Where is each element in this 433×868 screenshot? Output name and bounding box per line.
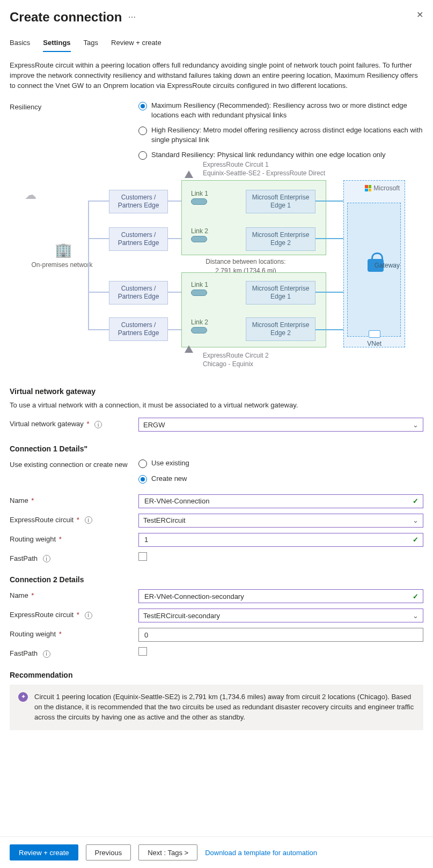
conn2-er-label: ExpressRoute circuit [10, 611, 74, 619]
tab-tags[interactable]: Tags [84, 35, 98, 52]
chevron-down-icon: ⌄ [413, 421, 419, 429]
conn2-er-select[interactable]: TestERCircuit-secondary ⌄ [138, 609, 423, 622]
circuit2-label: ExpressRoute Circuit 2 Chicago - Equinix [203, 352, 342, 368]
circuit1-label: ExpressRoute Circuit 1 Equinix-Seattle-S… [203, 161, 342, 177]
conn1-use-label: Use existing connection or create new [10, 458, 138, 469]
required-star: * [86, 420, 89, 428]
link2-label: Link 2 [191, 227, 208, 235]
reco-text: Circuit 1 peering location (Equinix-Seat… [34, 692, 415, 723]
link1-label: Link 1 [191, 190, 208, 197]
download-template-link[interactable]: Download a template for automation [205, 849, 317, 857]
vng-select[interactable]: ERGW ⌄ [138, 418, 423, 432]
check-icon: ✓ [413, 497, 419, 505]
footer-bar: Review + create Previous Next : Tags > D… [0, 836, 433, 868]
building-icon: 🏢 [55, 243, 70, 258]
tab-settings[interactable]: Settings [43, 35, 70, 52]
link2-label-2: Link 2 [191, 318, 208, 326]
conn1-radio-existing[interactable] [138, 459, 147, 468]
conn1-heading: Connection 1 Details" [10, 444, 423, 453]
conn1-er-label: ExpressRoute circuit [10, 516, 74, 524]
customer-edge-4: Customers / Partners Edge [109, 317, 168, 341]
customer-edge-3: Customers / Partners Edge [109, 281, 168, 305]
conn1-name-label: Name [10, 496, 28, 505]
conn1-radio-new[interactable] [138, 475, 147, 484]
info-icon[interactable]: i [85, 516, 92, 524]
conn1-fastpath-checkbox[interactable] [138, 552, 147, 561]
microsoft-logo-icon [365, 185, 371, 191]
vnet-icon [369, 330, 380, 338]
conn2-fastpath-label: FastPath [10, 649, 38, 657]
resiliency-radio-high[interactable] [138, 127, 147, 135]
conn2-weight-input[interactable] [138, 628, 423, 642]
msee-1: Microsoft Enterprise Edge 1 [246, 190, 315, 213]
resiliency-opt-standard: Standard Resiliency: Physical link redun… [151, 150, 385, 160]
triangle-icon [185, 170, 193, 178]
previous-button[interactable]: Previous [86, 844, 131, 860]
resiliency-opt-high: High Resiliency: Metro model offering re… [151, 125, 423, 145]
info-icon[interactable]: i [85, 612, 92, 619]
required-star: * [59, 630, 62, 638]
resiliency-label: Resiliency [10, 101, 138, 111]
tab-bar: Basics Settings Tags Review + create [10, 35, 423, 52]
chevron-down-icon: ⌄ [413, 516, 419, 524]
vng-heading: Virtual network gateway [10, 387, 423, 396]
vnet-label: VNet [367, 340, 381, 347]
cloud-icon: ☁ [25, 188, 36, 202]
link-bar-icon [191, 327, 207, 333]
customer-edge-1: Customers / Partners Edge [109, 190, 168, 213]
conn1-fastpath-label: FastPath [10, 554, 38, 562]
required-star: * [31, 591, 34, 599]
compass-icon: ✦ [18, 692, 28, 702]
info-icon[interactable]: i [94, 421, 102, 428]
conn1-opt-new: Create new [151, 474, 187, 484]
resiliency-radio-standard[interactable] [138, 151, 147, 160]
info-icon[interactable]: i [43, 650, 50, 658]
conn1-opt-existing: Use existing [151, 458, 189, 468]
link-bar-icon [191, 236, 207, 242]
recommendation-box: ✦ Circuit 1 peering location (Equinix-Se… [10, 685, 423, 730]
review-create-button[interactable]: Review + create [10, 844, 78, 860]
resiliency-opt-max: Maximum Resiliency (Recommended): Resili… [151, 101, 423, 120]
check-icon: ✓ [413, 536, 419, 544]
info-icon[interactable]: i [43, 555, 50, 562]
conn1-name-input[interactable]: ✓ [138, 494, 423, 508]
conn2-heading: Connection 2 Details [10, 575, 423, 584]
next-button[interactable]: Next : Tags > [138, 844, 197, 860]
required-star: * [31, 496, 34, 505]
close-icon[interactable]: ✕ [416, 10, 423, 20]
conn1-weight-input[interactable]: ✓ [138, 533, 423, 547]
link-bar-icon [191, 198, 207, 205]
vng-desc: To use a virtual network with a connecti… [10, 401, 423, 409]
required-star: * [59, 535, 62, 543]
link-bar-icon [191, 290, 207, 296]
conn1-er-select[interactable]: TestERCircuit ⌄ [138, 514, 423, 528]
triangle-icon [185, 345, 193, 353]
resiliency-radio-max[interactable] [138, 102, 147, 110]
required-star: * [77, 611, 79, 619]
topology-diagram: ☁ 🏢 On-premises network Customers / Part… [26, 176, 405, 374]
page-title: Create connection [10, 10, 122, 25]
tab-review[interactable]: Review + create [111, 35, 162, 52]
msee-4: Microsoft Enterprise Edge 2 [246, 317, 315, 341]
chevron-down-icon: ⌄ [413, 612, 419, 620]
gateway-label: Gateway [375, 262, 400, 269]
reco-heading: Recommendation [10, 671, 423, 679]
conn2-name-input[interactable]: ✓ [138, 589, 423, 603]
more-icon[interactable]: ⋯ [128, 13, 137, 21]
intro-text: ExpressRoute circuit within a peering lo… [10, 61, 423, 91]
conn2-name-label: Name [10, 591, 28, 599]
msee-2: Microsoft Enterprise Edge 2 [246, 227, 315, 251]
conn2-fastpath-checkbox[interactable] [138, 647, 147, 656]
required-star: * [77, 516, 79, 524]
conn2-weight-label: Routing weight [10, 630, 56, 638]
link1-label-2: Link 1 [191, 281, 208, 288]
microsoft-label: Microsoft [365, 184, 400, 192]
onprem-label: On-premises network [26, 261, 98, 269]
customer-edge-2: Customers / Partners Edge [109, 227, 168, 251]
tab-basics[interactable]: Basics [10, 35, 30, 52]
check-icon: ✓ [413, 592, 419, 600]
vng-label: Virtual network gateway [10, 420, 84, 428]
conn1-weight-label: Routing weight [10, 535, 56, 543]
msee-3: Microsoft Enterprise Edge 1 [246, 281, 315, 305]
